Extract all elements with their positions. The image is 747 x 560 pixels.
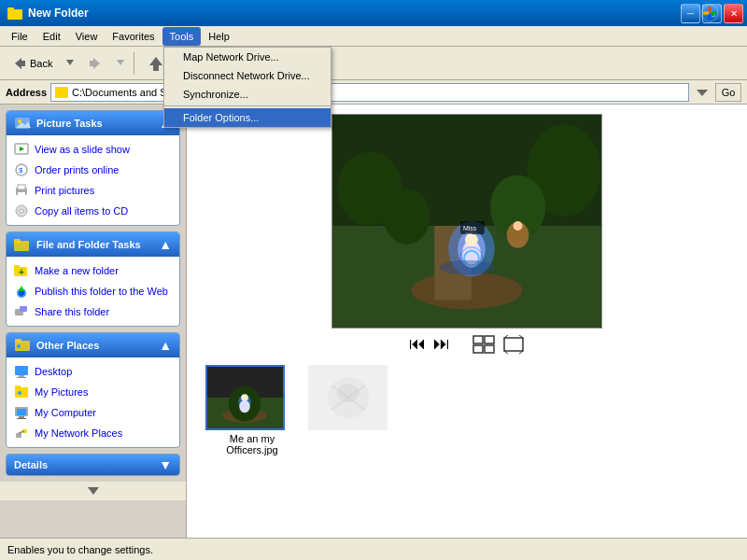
svg-marker-6 [93,58,100,69]
sidebar-my-network[interactable]: My Network Places [7,423,179,443]
svg-point-22 [18,119,21,123]
forward-icon [88,56,103,71]
menu-favorites[interactable]: Favorites [105,27,162,46]
dropdown-separator [164,105,331,106]
svg-point-96 [239,400,249,413]
svg-rect-46 [15,366,28,375]
forward-arrow[interactable] [113,52,128,74]
other-places-collapse[interactable]: ▲ [159,339,172,352]
svg-rect-44 [15,339,21,343]
zoom-fit-icon[interactable] [472,335,495,354]
svg-marker-25 [20,147,24,151]
folder-icon [7,6,22,21]
other-places-header[interactable]: Other Places ▲ [7,333,179,357]
sidebar-new-folder[interactable]: + Make a new folder [7,260,179,281]
svg-marker-8 [117,60,124,65]
svg-point-80 [439,260,494,275]
sidebar-scroll-indicator[interactable] [0,482,186,500]
file-folder-icon [14,236,31,253]
details-collapse[interactable]: ▼ [159,458,172,471]
playback-controls: ⏮ ⏭ [409,334,525,354]
other-places-icon [14,337,31,354]
dropdown-disconnect-network[interactable]: Disconnect Network Drive... [164,66,331,85]
back-button[interactable]: Back [6,52,59,75]
ghost-thumbnail [308,365,388,430]
main-layout: Picture Tasks ▲ View as a slide show $ O… [0,105,747,538]
address-value: C:\Documents and S... [72,87,176,98]
svg-rect-81 [473,336,483,343]
svg-point-45 [17,344,21,348]
sidebar-publish[interactable]: Publish this folder to the Web [7,281,179,301]
menu-view[interactable]: View [68,27,106,46]
address-folder-icon [55,87,68,98]
print-icon [14,183,29,198]
svg-rect-47 [19,375,24,377]
minimize-button[interactable]: ─ [681,4,700,23]
picture-tasks-content: View as a slide show $ Order prints onli… [7,135,179,225]
status-text: Enables you to change settings. [7,544,153,555]
sidebar-my-computer[interactable]: My Computer [7,402,179,423]
svg-marker-9 [149,57,162,71]
forward-button[interactable] [81,52,109,75]
file-folder-header[interactable]: File and Folder Tasks ▲ [7,232,179,257]
sidebar-copy-cd[interactable]: Copy all items to CD [7,201,179,221]
sidebar-share[interactable]: Share this folder [7,301,179,322]
close-button[interactable]: ✕ [724,4,743,23]
file-folder-content: + Make a new folder Publish this folder … [7,257,179,326]
other-places-label: Other Places [36,340,99,351]
file-folder-collapse[interactable]: ▲ [159,238,172,251]
play-button[interactable]: ⏭ [433,334,450,354]
toolbar: Back Folders [0,47,747,80]
my-pictures-icon [14,385,29,399]
svg-rect-55 [17,418,26,419]
sidebar-my-pictures[interactable]: My Pictures [7,382,179,402]
new-folder-icon: + [14,263,29,278]
thumb-game-img [207,365,283,430]
thumbnail-label-1: Me an my Officers.jpg [205,433,299,455]
svg-text:+: + [19,267,24,277]
details-label: Details [14,459,48,470]
svg-rect-30 [18,192,25,196]
svg-marker-3 [15,58,21,69]
thumbnail-2 [308,365,388,430]
sidebar-order-prints[interactable]: $ Order prints online [7,160,179,180]
thumbnail-strip: Me an my Officers.jpg [196,365,738,455]
svg-rect-42 [20,306,27,312]
rewind-button[interactable]: ⏮ [409,334,426,354]
sidebar-slideshow[interactable]: View as a slide show [7,139,179,160]
desktop-icon [14,364,29,379]
address-input[interactable]: C:\Documents and S... [50,83,689,102]
content-area: Miss 23 ⏮ ⏭ [187,105,747,538]
dropdown-synchronize[interactable]: Synchronize... [164,85,331,104]
dropdown-folder-options[interactable]: Folder Options... [164,108,331,127]
file-folder-section: File and Folder Tasks ▲ + Make a new fol… [6,231,180,327]
svg-rect-7 [90,61,93,66]
go-button[interactable]: Go [715,83,741,102]
svg-rect-54 [19,416,24,418]
thumbnail-1[interactable]: Me an my Officers.jpg [205,365,299,455]
picture-tasks-header[interactable]: Picture Tasks ▲ [7,111,179,135]
other-places-content: Desktop My Pictures My Computer My Netwo… [7,357,179,447]
picture-tasks-label: Picture Tasks [36,118,103,129]
main-image-preview: Miss 23 [331,114,602,329]
toolbar-separator-1 [134,52,134,75]
menu-bar: File Edit View Favorites Tools Help [0,26,747,47]
svg-rect-48 [17,377,26,378]
sidebar-print[interactable]: Print pictures [7,180,179,201]
details-header[interactable]: Details ▼ [7,455,179,475]
svg-rect-34 [14,239,21,243]
address-dropdown-icon[interactable] [695,85,710,100]
zoom-actual-icon[interactable] [502,335,525,354]
svg-rect-53 [17,409,26,415]
sidebar-desktop[interactable]: Desktop [7,361,179,382]
menu-file[interactable]: File [4,27,35,46]
picture-tasks-icon [14,115,31,132]
menu-edit[interactable]: Edit [35,27,68,46]
back-arrow[interactable] [63,52,78,74]
menu-tools[interactable]: Tools [162,27,202,46]
menu-help[interactable]: Help [201,27,237,46]
address-bar: Address C:\Documents and S... Go [0,80,747,105]
dropdown-map-network[interactable]: Map Network Drive... [164,48,331,66]
window-title: New Folder [28,7,89,20]
slideshow-icon [14,142,29,157]
